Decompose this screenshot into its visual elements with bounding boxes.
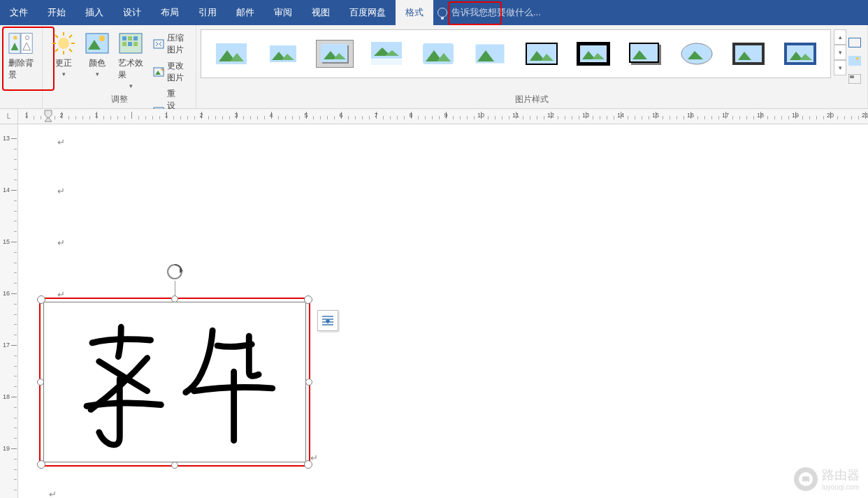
picture-selection-box [43,302,306,462]
svg-rect-20 [128,36,132,41]
style-thumb-white-frame[interactable] [264,40,302,68]
svg-line-14 [55,49,58,52]
change-label: 更改图片 [167,60,189,84]
corrections-label: 更正 [55,57,72,69]
style-thumb-oval[interactable] [678,40,716,68]
artistic-label: 艺术效果 [118,57,143,81]
svg-rect-44 [371,59,402,65]
svg-rect-23 [128,42,132,46]
resize-handle-t[interactable] [171,295,178,302]
styles-side-buttons [846,29,863,85]
tab-design[interactable]: 设计 [113,0,151,25]
resize-handle-tr[interactable] [304,295,312,304]
svg-line-12 [69,49,72,52]
svg-rect-25 [154,40,164,48]
svg-rect-56 [580,45,607,62]
compress-icon [153,38,164,50]
tab-home[interactable]: 开始 [38,0,75,25]
picture-effects-button[interactable] [848,56,861,67]
ruler-corner[interactable]: L [0,109,18,124]
ribbon: 删除背景 更正 ▾ [0,25,868,109]
svg-point-83 [804,481,806,483]
svg-rect-72 [848,38,861,47]
svg-rect-76 [850,75,854,78]
horizontal-ruler[interactable]: 1211234567891011121314151617181920212223… [18,109,868,124]
color-label: 颜色 [89,57,106,69]
gallery-scroll-down[interactable]: ▾ [834,45,846,60]
vertical-ruler[interactable]: 1314151617181920 [0,124,18,498]
svg-point-6 [58,38,69,49]
dropdown-arrow-icon: ▾ [96,71,99,78]
dropdown-arrow-icon: ▾ [62,71,66,78]
tab-insert[interactable]: 插入 [75,0,113,25]
compress-label: 压缩图片 [167,32,189,56]
style-thumb-bevel[interactable] [781,40,819,68]
tab-references[interactable]: 引用 [189,0,226,25]
resize-handle-r[interactable] [305,379,312,386]
bulb-icon [437,8,447,17]
layout-options-icon [321,314,335,327]
resize-handle-tl[interactable] [37,295,45,304]
picture-styles-gallery [201,29,831,78]
picture-color-icon [85,31,110,56]
tab-layout[interactable]: 布局 [151,0,189,25]
remove-bg-group: 删除背景 [0,25,43,108]
paragraph-mark: ↵ [57,186,65,196]
menu-bar: 文件 开始 插入 设计 布局 引用 邮件 审阅 视图 百度网盘 格式 告诉我您想… [0,0,868,25]
picture-layout-button[interactable] [848,74,861,85]
svg-rect-15 [86,34,108,53]
style-thumb-black-thin[interactable] [523,40,560,68]
compress-pictures-button[interactable]: 压缩图片 [150,31,191,57]
resize-handle-l[interactable] [37,379,44,386]
svg-rect-38 [321,44,347,62]
styles-group-label: 图片样式 [196,94,867,105]
tell-me-label: 告诉我您想要做什么... [451,6,541,19]
svg-point-74 [856,57,859,60]
tab-mailings[interactable]: 邮件 [226,0,264,25]
style-thumb-plain[interactable] [212,40,250,68]
watermark-sub: luyouqi.com [822,483,860,491]
svg-point-17 [99,36,105,41]
resize-handle-br[interactable] [304,460,312,469]
style-thumb-shadow[interactable] [316,40,354,68]
watermark: 路由器 luyouqi.com [794,467,860,491]
watermark-icon [794,467,818,491]
change-picture-icon [153,66,164,78]
style-thumb-black-thick[interactable] [574,40,612,68]
resize-handle-b[interactable] [171,462,178,469]
svg-rect-19 [122,36,126,41]
tab-baidu-netdisk[interactable]: 百度网盘 [340,0,396,25]
document-canvas[interactable]: ↵ ↵ ↵ ↵ ↵ ↵ [18,124,868,498]
style-thumb-glow[interactable] [471,40,509,68]
style-thumb-black-shadow[interactable] [626,40,664,68]
change-picture-button[interactable]: 更改图片 [150,59,191,85]
gallery-scroll: ▴ ▾ ▾ [834,29,846,75]
tab-review[interactable]: 审阅 [264,0,302,25]
style-thumb-reflect[interactable] [368,40,405,68]
picture-border-button[interactable] [848,38,861,49]
layout-options-button[interactable] [317,310,338,331]
gallery-more[interactable]: ▾ [834,60,846,75]
svg-line-11 [55,35,58,38]
svg-rect-24 [133,42,138,46]
gallery-scroll-up[interactable]: ▴ [834,29,846,45]
remove-background-button[interactable]: 删除背景 [4,28,38,84]
selected-picture[interactable] [39,298,310,467]
tab-view[interactable]: 视图 [302,0,340,25]
svg-rect-22 [122,42,126,46]
tab-format[interactable]: 格式 [396,0,433,25]
rotate-handle[interactable] [166,263,184,281]
paragraph-mark: ↵ [57,137,65,147]
style-thumb-soft[interactable] [419,40,457,68]
adjust-group: 更正 ▾ 颜色 ▾ [43,25,196,108]
dropdown-arrow-icon: ▾ [129,82,133,89]
signature-image [44,302,305,462]
tab-file[interactable]: 文件 [0,0,38,25]
svg-point-84 [806,481,809,483]
svg-point-5 [13,36,17,39]
tell-me-search[interactable]: 告诉我您想要做什么... [437,6,541,19]
svg-rect-41 [371,42,402,59]
remove-background-icon [8,31,34,56]
resize-handle-bl[interactable] [37,460,45,469]
style-thumb-dark-frame[interactable] [730,40,767,68]
